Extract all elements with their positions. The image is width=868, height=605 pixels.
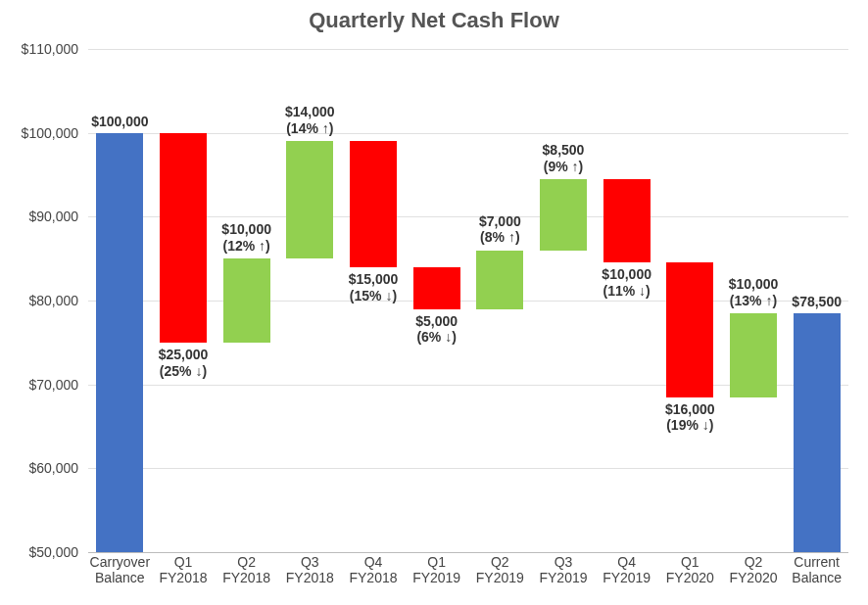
bar bbox=[794, 313, 841, 552]
x-tick-label: Q2FY2019 bbox=[468, 554, 532, 585]
data-label: $10,000(13% ↑) bbox=[722, 276, 786, 309]
x-axis-labels: CarryoverBalanceQ1FY2018Q2FY2018Q3FY2018… bbox=[88, 554, 848, 597]
y-tick-label: $60,000 bbox=[8, 460, 78, 476]
data-label: $10,000(11% ↓) bbox=[595, 266, 658, 300]
data-label: $7,000(8% ↑) bbox=[468, 213, 532, 247]
bar bbox=[476, 251, 523, 309]
y-tick-label: $90,000 bbox=[8, 209, 78, 224]
data-label: $5,000(6% ↓) bbox=[405, 313, 468, 347]
bar bbox=[666, 262, 713, 396]
bar bbox=[540, 179, 587, 251]
bar bbox=[603, 179, 651, 263]
x-tick-label: Q3FY2019 bbox=[532, 554, 596, 585]
bar bbox=[223, 258, 270, 343]
bar bbox=[96, 133, 143, 552]
gridline bbox=[88, 552, 848, 553]
y-tick-label: $70,000 bbox=[8, 377, 78, 393]
data-label: $16,000(19% ↓) bbox=[658, 401, 722, 435]
gridline bbox=[88, 49, 848, 50]
bar bbox=[160, 133, 207, 343]
bar bbox=[286, 141, 333, 258]
x-tick-label: Q1FY2020 bbox=[658, 554, 722, 585]
x-tick-label: Q1FY2018 bbox=[152, 554, 216, 585]
bar bbox=[350, 141, 397, 267]
data-label: $78,500 bbox=[785, 294, 848, 310]
bar bbox=[730, 313, 777, 397]
x-tick-label: CarryoverBalance bbox=[88, 554, 152, 585]
x-tick-label: Q2FY2020 bbox=[722, 554, 786, 585]
y-tick-label: $50,000 bbox=[8, 544, 78, 560]
x-tick-label: Q4FY2019 bbox=[595, 554, 658, 585]
data-label: $14,000(14% ↑) bbox=[278, 104, 342, 137]
x-tick-label: Q1FY2019 bbox=[405, 554, 468, 585]
data-label: $100,000 bbox=[88, 114, 152, 130]
x-tick-label: Q3FY2018 bbox=[278, 554, 342, 585]
waterfall-chart: Quarterly Net Cash Flow $100,000$25,000(… bbox=[0, 0, 868, 605]
x-tick-label: CurrentBalance bbox=[785, 554, 848, 585]
plot-area: $100,000$25,000(25% ↓)$10,000(12% ↑)$14,… bbox=[88, 49, 848, 552]
gridline bbox=[88, 468, 848, 469]
data-label: $10,000(12% ↑) bbox=[215, 221, 278, 255]
y-tick-label: $110,000 bbox=[8, 41, 78, 57]
data-label: $15,000(15% ↓) bbox=[342, 271, 406, 304]
data-label: $25,000(25% ↓) bbox=[152, 347, 216, 380]
x-tick-label: Q4FY2018 bbox=[342, 554, 406, 585]
data-label: $8,500(9% ↑) bbox=[532, 142, 596, 175]
chart-title: Quarterly Net Cash Flow bbox=[0, 8, 868, 33]
x-tick-label: Q2FY2018 bbox=[215, 554, 278, 585]
y-tick-label: $100,000 bbox=[8, 125, 78, 141]
y-tick-label: $80,000 bbox=[8, 293, 78, 308]
bar bbox=[413, 267, 460, 309]
